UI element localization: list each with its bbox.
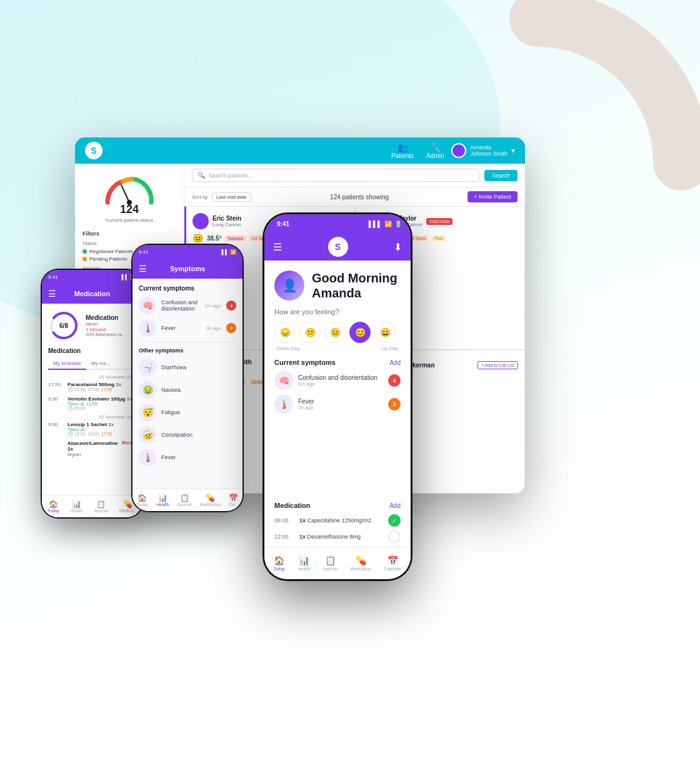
tablet-logo: S: [85, 142, 102, 159]
symptom-severity-fever: 3: [388, 398, 401, 410]
invite-patient-button[interactable]: + Invite Patient: [468, 191, 518, 202]
patients-header: Sort by Last visit date 124 patients sho…: [184, 187, 525, 206]
med-check-dexamethasone[interactable]: [388, 530, 401, 543]
phone-main-bottom-nav: 🏠 Today 📊 Health 📋 Journal 💊 Medication …: [264, 547, 411, 579]
med-item-lemsip: 9:00 Lemsip 1 Sachet 2x Taken at: 🕐 13:0…: [48, 422, 136, 437]
phone-mid-device: 9:41 ▌▌ 📶 ☰ Symptoms Current symptoms 🧠 …: [131, 244, 244, 512]
phone-left-content: 6/8 Medication taken 1 Missed 50% Adhere…: [42, 304, 142, 495]
search-wrap[interactable]: 🔍 Search patients...: [192, 169, 479, 182]
download-icon[interactable]: ⬇: [394, 241, 402, 253]
nav-health-mid[interactable]: 📊 Health: [156, 494, 169, 507]
phone-mid-status: 9:41 ▌▌ 📶: [132, 245, 242, 259]
nav-patients[interactable]: 👥 Patients: [391, 142, 414, 159]
add-medication-link[interactable]: Add: [389, 502, 401, 509]
med-item-abacavir: Abacavir/Lamivudine 1x Mylan Missed: [48, 440, 136, 457]
tablet-search-bar: 🔍 Search patients... Search: [184, 164, 525, 187]
nav-today-left[interactable]: 🏠 Today: [48, 500, 59, 513]
patients-count: 124 patients showing: [330, 194, 389, 201]
tablet-user-avatar: [451, 143, 466, 158]
sort-select[interactable]: Last visit date: [212, 192, 251, 202]
user-avatar: 👤: [274, 271, 304, 301]
tablet-topbar: S 👥 Patients 🔧 Admin AmandaJohnson Smith…: [75, 137, 525, 164]
symptom-icon-nausea: 🤢: [139, 381, 156, 399]
odd-invite-kelly[interactable]: Odd Invite: [426, 218, 452, 225]
mood-btn-0[interactable]: 😞: [274, 322, 296, 343]
search-icon: 🔍: [198, 172, 205, 179]
greeting-section: 👤 Good MorningAmanda: [264, 261, 411, 308]
symptom-icon-fever-other: 🌡️: [139, 449, 156, 466]
medication-summary: 6/8 Medication taken 1 Missed 50% Adhere…: [48, 310, 136, 341]
tablet-nav: 👥 Patients 🔧 Admin: [391, 142, 444, 159]
greeting-text: Good MorningAmanda: [312, 271, 401, 301]
phone-left-device: 9:41 ▌▌ 📶 ☰ Medication 6/8 Medication ta…: [41, 269, 144, 519]
medication-tabs: My schedule My me...: [48, 358, 136, 370]
main-hamburger-icon[interactable]: ☰: [273, 241, 282, 253]
symptom-badge-fever: 3: [226, 323, 236, 333]
main-med-capecitabine: 08:00 1x Capecitabine 1250mg/m2 ✓: [274, 514, 401, 527]
tab-my-me[interactable]: My me...: [86, 358, 116, 369]
feeling-question-wrap: How are you feeling?: [264, 308, 411, 322]
main-med-dexamethasone: 12:00 1x Dexamethasone 8mg: [274, 530, 401, 543]
symptom-confusion: 🧠 Confusion anddisorientation 1m ago 4: [139, 297, 236, 314]
svg-line-1: [121, 185, 129, 202]
greeting-title: Good MorningAmanda: [312, 271, 401, 301]
main-symptom-fever: 🌡️ Fever 3h ago 3: [274, 395, 401, 414]
mood-btn-3-selected[interactable]: 😊: [349, 322, 371, 343]
phone-left-topbar: ☰ Medication: [42, 284, 142, 304]
patient-avatar-eric: [192, 213, 209, 229]
mood-selector: 😞 😕 😐 😊 😄: [264, 322, 411, 343]
mood-btn-4[interactable]: 😄: [374, 322, 396, 343]
symptom-constipation: 🤕 Constipation: [139, 426, 236, 444]
symptom-icon-constipation: 🤕: [139, 426, 156, 444]
symptom-icon-confusion: 🧠: [139, 297, 156, 314]
symptom-diarrhoea: 🚽 Diarrhoea: [139, 359, 236, 376]
mood-labels: Down Day Up Day: [264, 346, 411, 351]
phone-main-device: 9:41 ▌▌▌ 📶 🔋 ☰ S ⬇ 👤 Good MorningAmanda: [262, 212, 412, 581]
status-icons: ▌▌▌ 📶 🔋: [369, 221, 402, 227]
main-logo: S: [328, 237, 348, 257]
nav-journal-mid[interactable]: 📋 Journal: [178, 494, 192, 507]
phone-left-status: 9:41 ▌▌ 📶: [42, 270, 142, 284]
hamburger-icon-mid[interactable]: ☰: [139, 264, 147, 274]
add-call-andrea[interactable]: + Add to Call List: [478, 361, 518, 369]
search-button[interactable]: Search: [484, 170, 518, 181]
mood-btn-2[interactable]: 😐: [324, 322, 346, 343]
symptoms-content: Current symptoms 🧠 Confusion anddisorien…: [132, 279, 242, 489]
gauge-container: 124 Current patient status: [82, 171, 176, 223]
main-nav-journal[interactable]: 📋 Journal: [323, 555, 338, 571]
main-symptom-confusion: 🧠 Confusion and disorientation 1m ago 4: [274, 371, 401, 390]
nav-today-mid[interactable]: 🏠 Today: [137, 494, 149, 507]
symptom-nausea: 🤢 Nausea: [139, 381, 236, 399]
tablet-user: AmandaJohnson Smith ▾: [451, 143, 515, 158]
medication-header: Medication Add: [274, 502, 401, 509]
phone-main-status: 9:41 ▌▌▌ 📶 🔋: [264, 214, 411, 233]
main-nav-today[interactable]: 🏠 Today: [273, 555, 285, 571]
nav-journal-left[interactable]: 📋 Journal: [94, 500, 108, 513]
mood-btn-1[interactable]: 😕: [299, 322, 321, 343]
symptom-badge-confusion: 4: [226, 301, 236, 311]
add-symptom-link[interactable]: Add: [389, 359, 401, 366]
phone-main-topbar: ☰ S ⬇: [264, 233, 411, 261]
nav-calendar-mid[interactable]: 📅 Ca...: [229, 494, 238, 507]
hamburger-icon[interactable]: ☰: [48, 289, 56, 299]
symptom-severity-confusion: 4: [388, 374, 401, 387]
main-nav-health[interactable]: 📊 Health: [298, 555, 310, 571]
med-item-ventolin: 9:00 Ventolin Evohaler 100μg 1x Taken at…: [48, 396, 136, 411]
med-summary-text: Medication taken 1 Missed 50% Adherence …: [86, 314, 125, 337]
med-check-capecitabine[interactable]: ✓: [388, 514, 401, 527]
symptoms-header: Current symptoms Add: [274, 359, 401, 366]
phone-mid-bottom-nav: 🏠 Today 📊 Health 📋 Journal 💊 Medication …: [132, 489, 242, 511]
tab-my-schedule[interactable]: My schedule: [48, 358, 86, 370]
main-symptom-icon-fever: 🌡️: [274, 395, 293, 414]
nav-admin[interactable]: 🔧 Admin: [426, 142, 444, 159]
main-nav-calendar[interactable]: 📅 Calendar: [384, 555, 401, 571]
main-symptom-icon-confusion: 🧠: [274, 371, 293, 390]
medication-section: Medication Add 08:00 1x Capecitabine 125…: [264, 502, 411, 547]
nav-health-left[interactable]: 📊 Health: [70, 500, 82, 513]
main-nav-medication[interactable]: 💊 Medication: [350, 555, 371, 571]
nav-medication-mid[interactable]: 💊 Medication: [200, 494, 221, 507]
phone-main-content: 👤 Good MorningAmanda How are you feeling…: [264, 261, 411, 547]
svg-text:6/8: 6/8: [59, 322, 68, 329]
symptom-icon-fever: 🌡️: [139, 319, 156, 337]
symptom-fever-other: 🌡️ Fever: [139, 449, 236, 466]
